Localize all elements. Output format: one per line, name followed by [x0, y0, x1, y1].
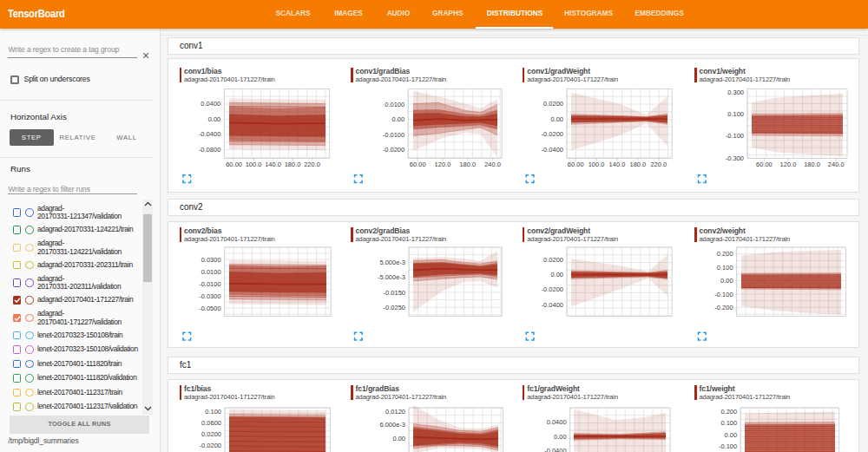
svg-text:-0.0400: -0.0400 [544, 447, 566, 452]
svg-text:180.0: 180.0 [459, 160, 476, 168]
svg-text:-0.300: -0.300 [726, 154, 744, 162]
svg-text:-5.000e-3: -5.000e-3 [378, 273, 405, 281]
svg-text:-0.0200: -0.0200 [200, 442, 221, 449]
svg-text:0.0400: 0.0400 [547, 418, 567, 426]
svg-text:-0.0400: -0.0400 [542, 301, 563, 309]
svg-text:-0.0100: -0.0100 [383, 131, 404, 139]
svg-text:5.000e-3: 5.000e-3 [379, 259, 405, 266]
svg-text:0.0400: 0.0400 [201, 100, 220, 108]
svg-text:0.00: 0.00 [554, 433, 567, 441]
svg-text:60.00: 60.00 [568, 160, 584, 168]
svg-text:-0.0500: -0.0500 [199, 305, 220, 312]
svg-text:0.200: 0.200 [720, 408, 737, 416]
svg-text:180.0: 180.0 [804, 160, 820, 168]
svg-text:0.300: 0.300 [727, 88, 744, 96]
svg-text:-0.0150: -0.0150 [384, 289, 405, 297]
svg-text:60.00: 60.00 [410, 160, 426, 168]
svg-text:6.000e-3: 6.000e-3 [379, 421, 405, 429]
svg-text:-0.0800: -0.0800 [199, 146, 220, 154]
svg-text:0.00: 0.00 [392, 435, 405, 442]
svg-text:0.00: 0.00 [550, 115, 563, 123]
svg-text:-0.100: -0.100 [714, 291, 733, 298]
svg-text:-0.0200: -0.0200 [383, 146, 404, 154]
svg-text:0.200: 0.200 [717, 250, 733, 258]
svg-text:0.0200: 0.0200 [543, 256, 563, 264]
svg-text:0.100: 0.100 [205, 408, 221, 416]
svg-text:100.0: 100.0 [246, 160, 262, 168]
svg-text:240.0: 240.0 [484, 160, 501, 168]
svg-text:60.00: 60.00 [226, 160, 242, 168]
svg-text:-0.0100: -0.0100 [199, 280, 220, 288]
svg-text:-0.200: -0.200 [714, 304, 733, 311]
svg-text:220.0: 220.0 [650, 160, 667, 168]
svg-text:140.0: 140.0 [265, 160, 281, 168]
svg-text:0.0200: 0.0200 [201, 430, 221, 438]
svg-text:0.00: 0.00 [208, 115, 221, 123]
svg-text:0.100: 0.100 [727, 110, 744, 118]
svg-text:-0.0200: -0.0200 [542, 285, 563, 293]
svg-text:180.0: 180.0 [285, 160, 301, 168]
svg-text:0.0200: 0.0200 [543, 100, 563, 108]
svg-text:0.0100: 0.0100 [385, 101, 404, 108]
svg-text:0.0100: 0.0100 [201, 268, 221, 276]
svg-text:0.00: 0.00 [725, 431, 738, 439]
svg-text:120.0: 120.0 [435, 160, 451, 168]
svg-text:0.00: 0.00 [392, 115, 405, 123]
svg-text:0.100: 0.100 [717, 264, 733, 272]
svg-text:0.00: 0.00 [550, 271, 563, 278]
svg-text:-0.0250: -0.0250 [384, 304, 405, 311]
svg-text:-0.100: -0.100 [726, 132, 744, 140]
svg-text:120.0: 120.0 [780, 160, 797, 168]
svg-text:-0.0400: -0.0400 [542, 146, 563, 154]
svg-text:0.0120: 0.0120 [385, 408, 405, 416]
svg-text:-0.0300: -0.0300 [199, 292, 220, 300]
svg-text:240.0: 240.0 [828, 160, 845, 168]
svg-text:100.0: 100.0 [589, 160, 605, 168]
svg-text:220.0: 220.0 [304, 160, 320, 168]
svg-text:180.0: 180.0 [630, 160, 647, 168]
svg-text:0.0300: 0.0300 [201, 256, 221, 264]
svg-text:140.0: 140.0 [609, 160, 626, 168]
svg-text:0.0600: 0.0600 [201, 419, 221, 427]
svg-text:60.00: 60.00 [756, 160, 773, 168]
svg-text:-0.0400: -0.0400 [199, 130, 220, 138]
svg-text:-0.0200: -0.0200 [542, 130, 563, 138]
svg-text:-0.100: -0.100 [719, 442, 737, 450]
svg-text:0.00: 0.00 [720, 277, 733, 285]
svg-text:0.100: 0.100 [720, 419, 737, 427]
